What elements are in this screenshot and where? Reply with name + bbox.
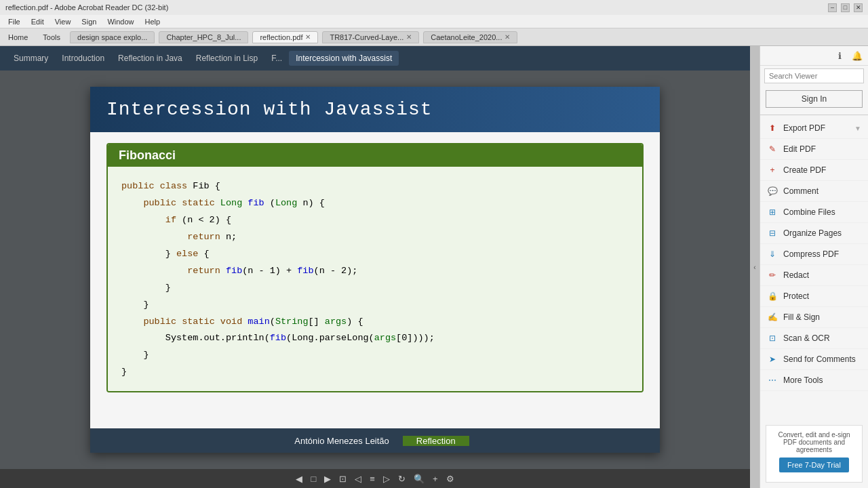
- panel-collapse-handle[interactable]: ‹: [750, 46, 760, 488]
- fit-page-button[interactable]: □: [308, 472, 319, 485]
- info-icon[interactable]: ℹ: [833, 49, 846, 62]
- nav-f[interactable]: F...: [264, 51, 289, 66]
- slide-title: Intercession with Javassist: [106, 99, 433, 120]
- next-page-button[interactable]: ▶: [321, 472, 334, 485]
- tools-list: ⬆ Export PDF ▼ ✎ Edit PDF + Create PDF 💬…: [760, 118, 868, 420]
- tool-organize-pages[interactable]: ⊟ Organize Pages: [760, 223, 868, 244]
- tool-combine-label: Combine Files: [783, 207, 835, 217]
- zoom-out-button[interactable]: 🔍: [411, 472, 427, 485]
- sign-in-button[interactable]: Sign In: [766, 90, 863, 108]
- slide: Intercession with Javassist Fibonacci pu…: [90, 87, 660, 453]
- tool-edit-label: Edit PDF: [783, 144, 816, 154]
- tab-tr817-close-icon[interactable]: ✕: [406, 33, 412, 41]
- slide-container: Intercession with Javassist Fibonacci pu…: [0, 70, 750, 469]
- redact-icon: ✏: [767, 270, 778, 281]
- tool-send-label: Send for Comments: [783, 354, 856, 364]
- tool-protect[interactable]: 🔒 Protect: [760, 286, 868, 307]
- create-pdf-icon: +: [767, 165, 778, 176]
- convert-banner: Convert, edit and e-sign PDF documents a…: [766, 425, 863, 483]
- comment-icon: 💬: [767, 186, 778, 197]
- menu-file[interactable]: File: [3, 15, 26, 28]
- tab-tr817[interactable]: TR817-Curved-Laye... ✕: [322, 31, 419, 43]
- tool-more-label: More Tools: [783, 375, 823, 385]
- tool-scan-ocr[interactable]: ⊡ Scan & OCR: [760, 328, 868, 349]
- tool-comment[interactable]: 💬 Comment: [760, 181, 868, 202]
- protect-icon: 🔒: [767, 291, 778, 302]
- search-container: [760, 66, 868, 86]
- tool-comment-label: Comment: [783, 186, 818, 196]
- close-button[interactable]: ✕: [854, 3, 863, 12]
- menu-help[interactable]: Help: [140, 15, 166, 28]
- tool-create-label: Create PDF: [783, 165, 826, 175]
- minimize-button[interactable]: –: [828, 3, 837, 12]
- free-trial-button[interactable]: Free 7-Day Trial: [779, 458, 849, 472]
- zoom-in-button[interactable]: +: [430, 472, 441, 485]
- tool-create-pdf[interactable]: + Create PDF: [760, 160, 868, 181]
- prev-view-button[interactable]: ◁: [352, 472, 364, 485]
- title-bar: reflection.pdf - Adobe Acrobat Reader DC…: [0, 0, 868, 15]
- tool-compress-pdf[interactable]: ⇓ Compress PDF: [760, 244, 868, 265]
- nav-reflection-lisp[interactable]: Reflection in Lisp: [189, 51, 264, 66]
- rotate-button[interactable]: ↻: [395, 472, 408, 485]
- tab-chapter-hpc[interactable]: Chapter_HPC_8_Jul...: [159, 31, 248, 43]
- tab-caetano[interactable]: CaetanoLeite_2020... ✕: [423, 31, 517, 43]
- organize-icon: ⊟: [767, 228, 778, 239]
- more-tools-icon: ⋯: [767, 375, 778, 386]
- tool-combine-files[interactable]: ⊞ Combine Files: [760, 202, 868, 223]
- convert-text: Convert, edit and e-sign PDF documents a…: [778, 431, 850, 453]
- nav-intercession[interactable]: Intercession with Javassist: [289, 51, 399, 66]
- tool-redact-label: Redact: [783, 270, 809, 280]
- tool-more-tools[interactable]: ⋯ More Tools: [760, 370, 868, 391]
- right-panel-top: ℹ 🔔: [760, 46, 868, 66]
- export-pdf-icon: ⬆: [767, 123, 778, 134]
- nav-reflection-java[interactable]: Reflection in Java: [111, 51, 189, 66]
- notification-icon[interactable]: 🔔: [850, 49, 864, 62]
- tool-fill-label: Fill & Sign: [783, 312, 820, 322]
- tab-tr817-label: TR817-Curved-Laye...: [330, 33, 403, 41]
- tab-reflection-pdf[interactable]: reflection.pdf ✕: [252, 31, 318, 43]
- app-tools[interactable]: Tools: [37, 33, 66, 41]
- edit-pdf-icon: ✎: [767, 144, 778, 155]
- app-title: reflection.pdf - Adobe Acrobat Reader DC…: [5, 3, 168, 12]
- code-body: public class Fib { public static Long fi…: [108, 167, 642, 391]
- tool-fill-sign[interactable]: ✍ Fill & Sign: [760, 307, 868, 328]
- divider: [760, 115, 868, 115]
- fill-sign-icon: ✍: [767, 312, 778, 323]
- slide-footer: António Menezes Leitão Reflection: [90, 428, 660, 453]
- tool-protect-label: Protect: [783, 291, 809, 301]
- more-tools-button[interactable]: ⚙: [443, 472, 457, 485]
- expand-icon: ▼: [854, 125, 861, 132]
- fit-width-button[interactable]: ⊡: [336, 472, 349, 485]
- tool-send-comments[interactable]: ➤ Send for Comments: [760, 349, 868, 370]
- tab-caetano-close-icon[interactable]: ✕: [505, 33, 510, 41]
- nav-summary[interactable]: Summary: [7, 51, 55, 66]
- combine-icon: ⊞: [767, 207, 778, 218]
- compress-icon: ⇓: [767, 249, 778, 260]
- tool-organize-label: Organize Pages: [783, 228, 842, 238]
- menu-window[interactable]: Window: [102, 15, 139, 28]
- slide-header: Intercession with Javassist: [90, 87, 660, 132]
- menu-sign[interactable]: Sign: [76, 15, 102, 28]
- tab-label: reflection.pdf: [260, 33, 302, 41]
- next-view-button[interactable]: ▷: [380, 472, 393, 485]
- search-input[interactable]: [764, 68, 864, 83]
- slide-content: Fibonacci public class Fib { public stat…: [90, 132, 660, 428]
- menu-bar: File Edit View Sign Window Help: [0, 15, 868, 28]
- menu-view[interactable]: View: [50, 15, 77, 28]
- pdf-toolbar: ◀ □ ▶ ⊡ ◁ ≡ ▷ ↻ 🔍 + ⚙: [0, 469, 750, 488]
- tool-redact[interactable]: ✏ Redact: [760, 265, 868, 286]
- footer-author: António Menezes Leitão: [281, 436, 402, 446]
- pdf-nav: Summary Introduction Reflection in Java …: [0, 46, 750, 70]
- tool-export-pdf[interactable]: ⬆ Export PDF ▼: [760, 118, 868, 139]
- code-box: Fibonacci public class Fib { public stat…: [106, 143, 644, 392]
- app-home[interactable]: Home: [3, 33, 33, 41]
- tab-design-space[interactable]: design space explo...: [70, 31, 155, 43]
- nav-introduction[interactable]: Introduction: [55, 51, 111, 66]
- menu-edit[interactable]: Edit: [26, 15, 50, 28]
- tab-close-icon[interactable]: ✕: [305, 33, 311, 41]
- reflow-button[interactable]: ≡: [367, 472, 378, 485]
- maximize-button[interactable]: □: [841, 3, 850, 12]
- tool-scan-label: Scan & OCR: [783, 333, 830, 343]
- prev-page-button[interactable]: ◀: [293, 472, 305, 485]
- tool-edit-pdf[interactable]: ✎ Edit PDF: [760, 139, 868, 160]
